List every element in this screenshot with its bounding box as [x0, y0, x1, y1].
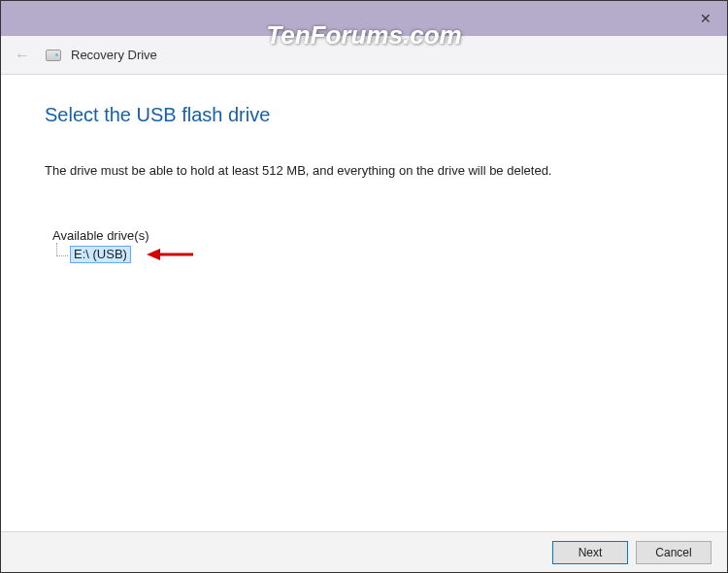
- close-icon: ✕: [700, 11, 711, 26]
- recovery-drive-icon: [46, 50, 61, 61]
- annotation-arrow-icon: [147, 248, 195, 261]
- wizard-header: ← Recovery Drive: [1, 36, 727, 75]
- tree-connector-icon: [56, 243, 68, 256]
- available-drives-label: Available drive(s): [52, 228, 683, 243]
- titlebar: ✕: [1, 1, 727, 36]
- back-arrow-icon: ←: [15, 47, 30, 64]
- content-area: Select the USB flash drive The drive mus…: [1, 75, 727, 533]
- close-button[interactable]: ✕: [684, 1, 727, 36]
- next-button[interactable]: Next: [552, 541, 628, 564]
- header-title: Recovery Drive: [71, 48, 157, 62]
- page-title: Select the USB flash drive: [45, 104, 683, 126]
- drive-item-e[interactable]: E:\ (USB): [70, 246, 131, 263]
- instruction-text: The drive must be able to hold at least …: [45, 163, 683, 178]
- svg-marker-1: [147, 249, 160, 260]
- footer: Next Cancel: [1, 531, 727, 572]
- cancel-button[interactable]: Cancel: [636, 541, 711, 564]
